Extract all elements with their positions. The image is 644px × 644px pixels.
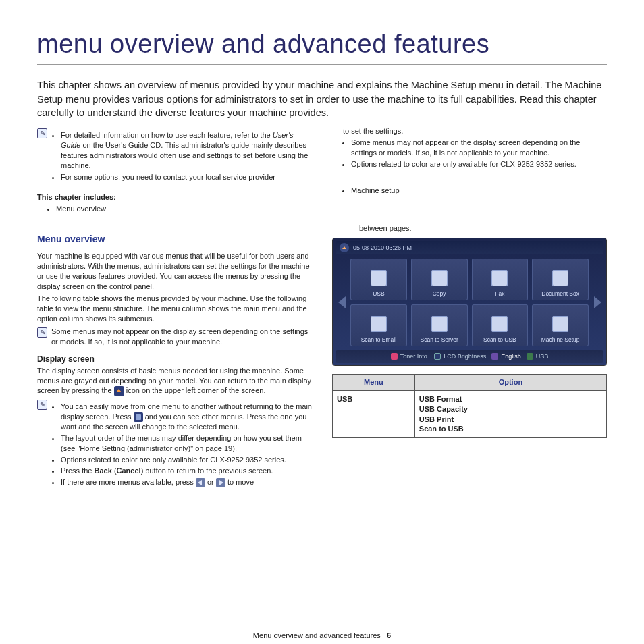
menu-overview-p2: The following table shows the menus prov…	[37, 294, 312, 324]
table-head-menu: Menu	[333, 375, 415, 391]
device-tile[interactable]: Copy	[411, 259, 468, 300]
display-screen-p1: The display screen consists of basic men…	[37, 366, 312, 396]
device-home-icon[interactable]	[340, 243, 349, 252]
table-cell-menu: USB	[333, 390, 415, 437]
ds-bullet: If there are more menus available, press…	[61, 477, 312, 487]
device-tile-icon	[371, 316, 387, 332]
menu-overview-heading: Menu overview	[37, 233, 312, 248]
note-icon: ✎	[37, 128, 47, 138]
device-tile-label: Fax	[495, 290, 504, 298]
device-tile[interactable]: Scan to Server	[411, 304, 468, 346]
device-tile-label: Copy	[433, 290, 446, 298]
device-tile-icon	[491, 316, 508, 332]
device-nav-left[interactable]	[336, 282, 348, 323]
device-nav-right[interactable]	[591, 282, 603, 323]
arrow-left-icon	[196, 478, 205, 487]
status-language[interactable]: English	[491, 352, 521, 360]
device-tile-icon	[491, 270, 508, 286]
includes-item: Machine setup	[351, 186, 607, 196]
between-pages: between pages.	[332, 223, 607, 234]
device-tile[interactable]: Fax	[472, 259, 529, 300]
note-text: Options related to color are only availa…	[351, 159, 607, 169]
page-title: menu overview and advanced features	[37, 27, 607, 65]
note-icon: ✎	[37, 327, 47, 338]
device-tile-icon	[552, 316, 568, 332]
note-text: on the User's Guide CD. This administrat…	[61, 141, 308, 169]
device-tile-label: Scan to USB	[483, 336, 516, 344]
device-tile-icon	[431, 270, 448, 286]
note-text: For some options, you need to contact yo…	[61, 172, 312, 182]
device-tile-icon	[431, 316, 448, 332]
ds-bullet: The layout order of the menus may differ…	[61, 433, 312, 454]
menu-table: Menu Option USB USB Format USB Capacity …	[332, 374, 607, 438]
table-cell-options: USB Format USB Capacity USB Print Scan t…	[414, 390, 606, 437]
device-tile[interactable]: Scan to Email	[350, 304, 407, 346]
note-continuation: to set the settings.	[343, 126, 607, 136]
note-text: For detailed information on how to use e…	[61, 131, 273, 139]
note-icon: ✎	[37, 400, 47, 410]
ds-bullet: You can easily move from one menu to ano…	[61, 402, 312, 432]
top-notes: ✎ For detailed information on how to use…	[37, 125, 607, 218]
ds-bullet: Press the Back (Cancel) button to return…	[61, 466, 312, 476]
includes-item: Menu overview	[56, 204, 312, 214]
device-tile[interactable]: Scan to USB	[472, 304, 529, 346]
device-tile[interactable]: Machine Setup	[532, 304, 589, 346]
display-screen-heading: Display screen	[37, 354, 312, 365]
table-head-option: Option	[414, 375, 606, 391]
note-text: Some menus may not appear on the display…	[351, 138, 607, 158]
menu-overview-note: Some menus may not appear on the display…	[51, 327, 312, 347]
device-tile-label: Scan to Email	[361, 336, 396, 344]
status-toner[interactable]: Toner Info.	[391, 352, 429, 360]
press-icon	[134, 412, 143, 422]
device-timestamp: 05-08-2010 03:26 PM	[353, 244, 412, 252]
page-footer: Menu overview and advanced features_ 6	[37, 630, 607, 641]
device-tile-label: Machine Setup	[541, 336, 580, 344]
device-tile-label: Document Box	[541, 290, 579, 298]
table-row: USB USB Format USB Capacity USB Print Sc…	[333, 390, 607, 437]
device-tile[interactable]: USB	[350, 259, 407, 300]
home-icon	[114, 386, 124, 396]
arrow-right-icon	[216, 478, 225, 487]
device-tile-icon	[552, 270, 568, 286]
device-tile-label: Scan to Server	[421, 336, 458, 344]
device-screenshot: 05-08-2010 03:26 PM USBCopyFaxDocument B…	[332, 238, 607, 366]
device-tile-label: USB	[373, 290, 384, 298]
chapter-intro: This chapter shows an overview of menus …	[37, 78, 607, 119]
ds-bullet: Options related to color are only availa…	[61, 455, 312, 465]
device-tile-icon	[371, 270, 387, 286]
status-usb[interactable]: USB	[527, 352, 549, 360]
status-lcd[interactable]: LCD Brightness	[434, 352, 486, 360]
includes-heading: This chapter includes:	[37, 192, 312, 203]
menu-overview-p1: Your machine is equipped with various me…	[37, 251, 312, 291]
device-tile[interactable]: Document Box	[532, 259, 589, 300]
